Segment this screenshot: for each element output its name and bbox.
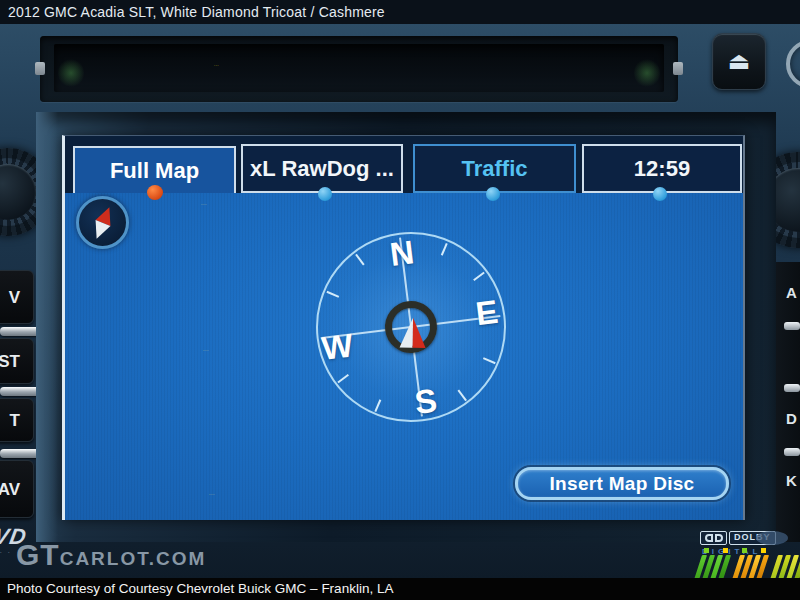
screen-speck: ∙∙∙ bbox=[201, 202, 213, 205]
car-interior-photo: 2012 GMC Acadia SLT, White Diamond Trico… bbox=[0, 0, 800, 600]
eject-icon: ⏏ bbox=[728, 47, 751, 74]
stripe-logo-dots bbox=[704, 548, 766, 553]
screen-speck: ∙∙∙ bbox=[209, 492, 221, 495]
compass-needle bbox=[400, 316, 429, 348]
cd-slot-recess: ∙∙∙ bbox=[40, 36, 678, 102]
slot-tab-left bbox=[35, 62, 45, 75]
watermark-gt: GT bbox=[16, 538, 60, 571]
tab-label: Traffic bbox=[461, 156, 527, 181]
tab-label: 12:59 bbox=[634, 156, 690, 181]
reflection-oval bbox=[756, 531, 788, 545]
stripe-logo bbox=[698, 555, 800, 578]
nav-screen: Full Map xL RawDog ... Traffic 12:59 bbox=[62, 135, 745, 520]
compass-north-label: N bbox=[388, 233, 416, 274]
knob-face bbox=[0, 164, 36, 220]
right-button-fragment: D bbox=[786, 410, 797, 427]
dvd-logo-subtext: ∙ ∙ bbox=[0, 548, 12, 555]
stripe-group-orange bbox=[736, 555, 765, 578]
left-button-rpt[interactable]: T bbox=[0, 398, 34, 442]
button-label: AV bbox=[0, 480, 20, 499]
button-label: V bbox=[9, 288, 20, 307]
button-divider bbox=[0, 449, 40, 458]
screen-speck: ∙∙∙ bbox=[203, 348, 215, 351]
slot-tab-right bbox=[673, 62, 683, 75]
eject-button[interactable]: ⏏ bbox=[712, 33, 766, 90]
tab-xl-rawdog[interactable]: xL RawDog ... bbox=[241, 144, 403, 193]
tab-clock[interactable]: 12:59 bbox=[582, 144, 742, 193]
tab-indicator-dot bbox=[318, 187, 332, 201]
tab-traffic[interactable]: Traffic bbox=[413, 144, 576, 193]
compass-south-label: S bbox=[413, 382, 439, 422]
insert-map-disc-button[interactable]: Insert Map Disc bbox=[515, 467, 729, 500]
dashboard: ∙∙∙ ⏏ V ST T AV A D K bbox=[0, 24, 800, 578]
alert-dot bbox=[147, 185, 163, 200]
slot-reflection: ∙∙∙ bbox=[214, 64, 232, 67]
button-divider bbox=[784, 322, 800, 330]
gtcarlot-watermark: GTCARLOT.COM bbox=[16, 538, 206, 572]
photo-title-bar: 2012 GMC Acadia SLT, White Diamond Trico… bbox=[0, 0, 800, 24]
right-button-fragment: A bbox=[786, 284, 797, 301]
tab-indicator-dot bbox=[486, 187, 500, 201]
button-label: T bbox=[10, 411, 20, 430]
slot-glow-left bbox=[58, 58, 84, 88]
compass-rose: N E S W bbox=[305, 221, 517, 433]
compass-icon[interactable] bbox=[76, 196, 129, 249]
button-divider bbox=[0, 327, 40, 336]
cd-slot: ∙∙∙ bbox=[54, 44, 664, 92]
tab-label: Full Map bbox=[110, 158, 199, 183]
button-divider bbox=[0, 387, 40, 396]
button-label: Insert Map Disc bbox=[550, 473, 695, 494]
photo-credit-bar: Photo Courtesy of Courtesy Chevrolet Bui… bbox=[0, 578, 800, 600]
left-button-fav[interactable]: V bbox=[0, 270, 34, 324]
tab-indicator-dot bbox=[653, 187, 667, 201]
watermark-carlot: CARLOT.COM bbox=[60, 548, 207, 569]
dolby-dd-icon bbox=[700, 531, 727, 545]
button-label: ST bbox=[0, 352, 20, 371]
compass-west-label: W bbox=[320, 327, 356, 369]
right-button-fragment: K bbox=[786, 472, 797, 489]
right-button-column[interactable]: A D K bbox=[774, 262, 800, 542]
stripe-group-yellow-green bbox=[774, 555, 800, 578]
compass-east-label: E bbox=[474, 293, 500, 333]
button-divider bbox=[784, 448, 800, 456]
left-button-dest[interactable]: ST bbox=[0, 338, 34, 384]
chrome-knob-edge bbox=[786, 40, 800, 88]
bezel-highlight bbox=[36, 112, 58, 542]
button-divider bbox=[784, 384, 800, 392]
tab-label: xL RawDog ... bbox=[250, 156, 394, 181]
slot-glow-right bbox=[634, 58, 660, 88]
left-button-nav[interactable]: AV bbox=[0, 460, 34, 518]
stripe-group-green bbox=[698, 555, 727, 578]
